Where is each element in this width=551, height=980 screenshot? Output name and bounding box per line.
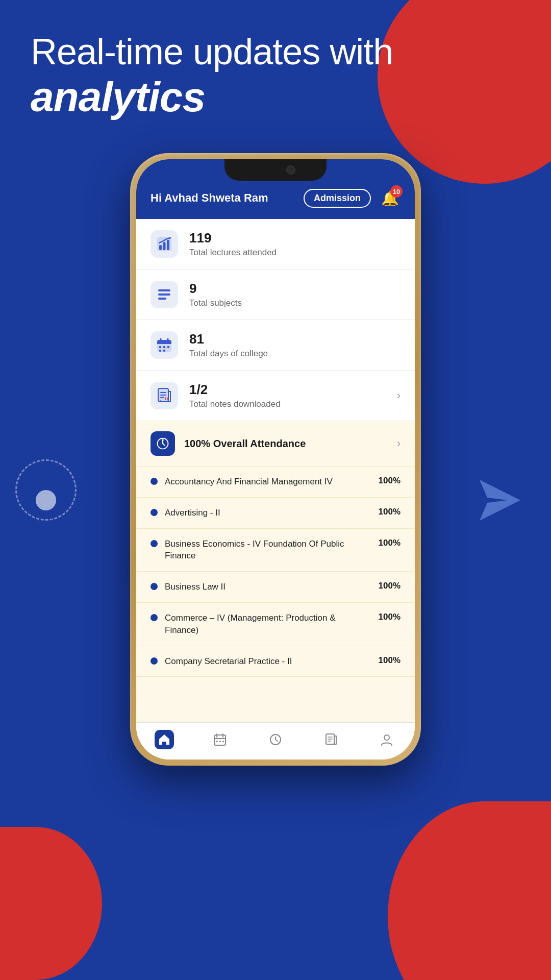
subject-row-5[interactable]: Commerce – IV (Management: Production & … [136, 603, 415, 646]
subject-dot [151, 478, 158, 485]
subject-dot [151, 614, 158, 621]
svg-point-26 [162, 439, 164, 441]
attendance-title: 100% Overall Attendance [184, 438, 388, 450]
subjects-icon [156, 286, 172, 303]
app-screen: Hi Avhad Shweta Ram Admission 🔔 10 [136, 159, 415, 760]
notes-stat-text: 1/2 Total notes downloaded [189, 382, 386, 409]
subjects-number: 9 [189, 281, 400, 297]
header-line1: Real-time updates with [31, 31, 393, 72]
bg-decoration-bottom-left [0, 827, 102, 980]
subject-row-4[interactable]: Business Law II 100% [136, 572, 415, 603]
svg-rect-31 [216, 741, 218, 742]
subject-row-6[interactable]: Company Secretarial Practice - II 100% [136, 646, 415, 677]
svg-rect-2 [159, 245, 162, 250]
notes-nav-icon [324, 733, 338, 746]
attendance-overall-header[interactable]: 100% Overall Attendance › [136, 421, 415, 467]
subject-name-5: Commerce – IV (Management: Production & … [165, 612, 371, 636]
svg-rect-14 [163, 346, 165, 348]
nav-profile[interactable] [377, 730, 396, 749]
chart-icon [156, 236, 172, 252]
camera [286, 165, 295, 175]
svg-rect-4 [167, 240, 169, 250]
stat-card-notes[interactable]: 1/2 Total notes downloaded › [136, 371, 415, 421]
phone-notch [224, 159, 327, 181]
subject-pct-5: 100% [379, 612, 400, 622]
phone-outer-frame: Hi Avhad Shweta Ram Admission 🔔 10 [130, 153, 421, 766]
svg-rect-3 [163, 242, 166, 250]
subject-pct-1: 100% [379, 476, 400, 486]
svg-point-39 [384, 735, 389, 740]
greeting-text: Hi Avhad Shweta Ram [151, 191, 268, 205]
stat-card-subjects[interactable]: 9 Total subjects [136, 270, 415, 320]
subject-pct-4: 100% [379, 581, 400, 591]
svg-rect-6 [158, 293, 170, 296]
subject-dot [151, 583, 158, 590]
subject-name-6: Company Secretarial Practice - II [165, 655, 371, 668]
header-text: Real-time updates with analytics [31, 31, 520, 121]
subject-name-4: Business Law II [165, 581, 371, 593]
svg-rect-15 [167, 346, 169, 348]
lectures-number: 119 [189, 230, 400, 246]
stat-card-lectures[interactable]: 119 Total lectures attended [136, 219, 415, 270]
subject-row-2[interactable]: Advertising - II 100% [136, 498, 415, 529]
bg-decoration-bottom-right [388, 801, 551, 980]
subject-row-3[interactable]: Business Economics - IV Foundation Of Pu… [136, 529, 415, 572]
svg-rect-17 [163, 350, 165, 352]
lectures-label: Total lectures attended [189, 248, 400, 258]
header-line2: analytics [31, 74, 205, 120]
bottom-navigation [136, 722, 415, 760]
days-stat-text: 81 Total days of college [189, 331, 400, 358]
subject-dot [151, 509, 158, 516]
profile-icon-box [377, 730, 396, 749]
notification-badge: 10 [390, 185, 403, 198]
svg-rect-7 [158, 298, 166, 300]
svg-rect-5 [158, 289, 170, 291]
subject-dot [151, 657, 158, 665]
svg-rect-32 [219, 741, 221, 742]
subject-name-3: Business Economics - IV Foundation Of Pu… [165, 538, 371, 562]
attendance-section: 100% Overall Attendance › Accountancy An… [136, 421, 415, 722]
subject-pct-6: 100% [379, 655, 400, 666]
attendance-nav-icon [269, 733, 282, 746]
subject-dot [151, 540, 158, 547]
nav-notes[interactable] [321, 730, 341, 749]
attendance-chevron: › [397, 437, 400, 450]
notes-number: 1/2 [189, 382, 386, 398]
home-icon [158, 733, 171, 746]
svg-rect-13 [159, 346, 161, 348]
calendar-icon [156, 337, 172, 353]
lectures-icon-box [151, 230, 178, 258]
subjects-label: Total subjects [189, 298, 400, 308]
schedule-icon-box [210, 730, 230, 749]
stat-card-days[interactable]: 81 Total days of college [136, 320, 415, 371]
notification-bell[interactable]: 🔔 10 [379, 187, 400, 209]
overall-label: Overall Attendance [213, 438, 306, 449]
subjects-stat-text: 9 Total subjects [189, 281, 400, 308]
nav-home[interactable] [155, 730, 174, 749]
subject-row-1[interactable]: Accountancy And Financial Management IV … [136, 467, 415, 498]
svg-rect-16 [159, 350, 161, 352]
schedule-icon [213, 733, 227, 746]
svg-rect-27 [214, 735, 226, 745]
nav-attendance[interactable] [266, 730, 285, 749]
nav-schedule[interactable] [210, 730, 230, 749]
bg-dot [36, 490, 56, 510]
subjects-list: Accountancy And Financial Management IV … [136, 467, 415, 677]
phone-inner-screen: Hi Avhad Shweta Ram Admission 🔔 10 [136, 159, 415, 760]
subject-pct-2: 100% [379, 507, 400, 517]
stats-container: 119 Total lectures attended [136, 219, 415, 421]
home-icon-box [155, 730, 174, 749]
profile-icon [380, 733, 393, 746]
subject-name-2: Advertising - II [165, 507, 371, 519]
days-icon-box [151, 331, 178, 359]
days-label: Total days of college [189, 349, 400, 359]
notes-nav-icon-box [321, 730, 341, 749]
notes-label: Total notes downloaded [189, 399, 386, 409]
notes-icon-box [151, 382, 178, 409]
admission-button[interactable]: Admission [304, 189, 371, 208]
svg-rect-33 [222, 741, 224, 742]
attendance-icon-box [151, 431, 175, 456]
attendance-nav-icon-box [266, 730, 285, 749]
notes-chevron: › [397, 389, 400, 402]
overall-percentage: 100% [184, 438, 213, 449]
